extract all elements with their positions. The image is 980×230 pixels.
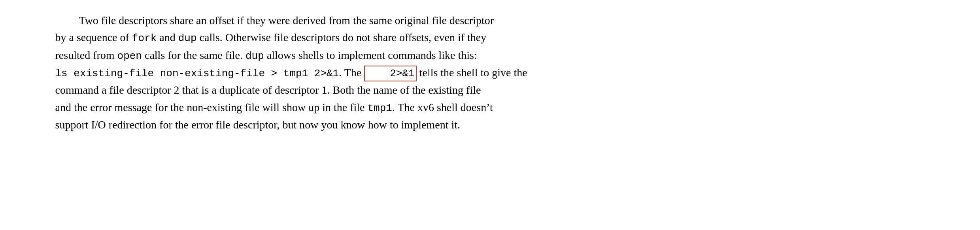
line7-text: support I/O redirection for the error fi… — [55, 119, 461, 131]
tmp1-code: tmp1 — [368, 102, 392, 114]
dup2-code: dup — [245, 50, 264, 62]
line4-end: tells the shell to give the — [417, 66, 527, 79]
line6-end: . The xv6 shell doesn’t — [392, 101, 493, 113]
line2-end: calls. Otherwise file descriptors do not… — [197, 31, 487, 43]
line5-text: command a file descriptor 2 that is a du… — [55, 84, 481, 96]
highlighted-2>&1: 2>&1 — [364, 66, 416, 81]
line2-mid: and — [157, 31, 178, 43]
line2-start: by a sequence of — [55, 31, 132, 43]
dup-code: dup — [178, 32, 197, 44]
open-code: open — [117, 50, 142, 62]
line3-mid: calls for the same file. — [142, 49, 245, 61]
fork-code: fork — [132, 32, 157, 44]
line6-start: and the error message for the non-existi… — [55, 101, 368, 113]
main-paragraph: Two file descriptors share an offset if … — [55, 12, 925, 133]
page-content: Two file descriptors share an offset if … — [55, 12, 925, 133]
ls-command-code: ls existing-file non-existing-file > tmp… — [55, 68, 339, 79]
line4-mid: . The — [339, 66, 364, 79]
line3-end: allows shells to implement commands like… — [264, 49, 477, 61]
line1-text: Two file descriptors share an offset if … — [79, 14, 494, 26]
line3-start: resulted from — [55, 49, 117, 61]
